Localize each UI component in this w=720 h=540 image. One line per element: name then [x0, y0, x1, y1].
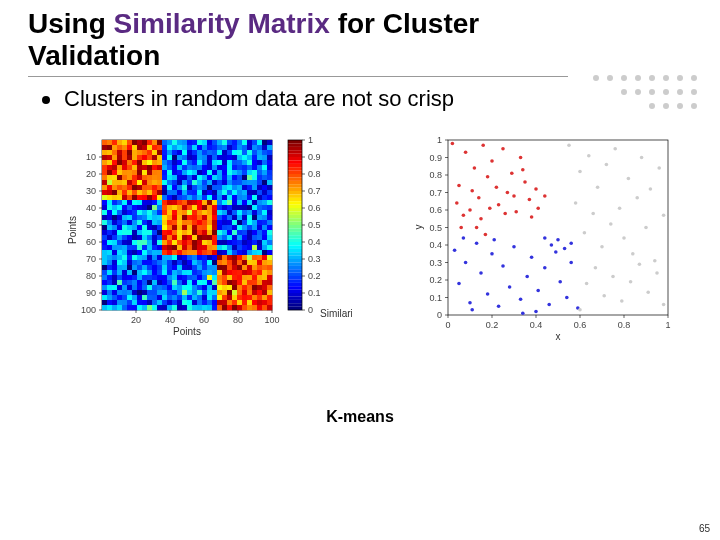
svg-rect-406	[187, 190, 192, 195]
svg-rect-455	[262, 195, 267, 200]
svg-rect-571	[162, 215, 167, 220]
svg-rect-1020	[197, 280, 202, 285]
svg-rect-82	[267, 140, 272, 145]
svg-rect-1137	[102, 300, 107, 305]
svg-rect-602	[147, 220, 152, 225]
svg-point-1368	[558, 280, 562, 284]
svg-rect-1180	[147, 305, 152, 310]
svg-rect-423	[102, 195, 107, 200]
svg-rect-841	[152, 255, 157, 260]
svg-rect-304	[187, 175, 192, 180]
svg-point-1414	[578, 308, 582, 312]
svg-rect-1023	[212, 280, 217, 285]
svg-rect-794	[257, 245, 262, 250]
svg-rect-495	[122, 205, 127, 210]
svg-rect-452	[247, 195, 252, 200]
svg-rect-542	[187, 210, 192, 215]
svg-rect-1228	[288, 218, 302, 222]
svg-rect-846	[177, 255, 182, 260]
svg-rect-1211	[288, 160, 302, 164]
svg-rect-809	[162, 250, 167, 255]
svg-rect-1013	[162, 280, 167, 285]
svg-rect-711	[182, 235, 187, 240]
svg-rect-357	[112, 185, 117, 190]
svg-rect-758	[247, 240, 252, 245]
svg-rect-250	[257, 165, 262, 170]
svg-rect-210	[227, 160, 232, 165]
svg-rect-747	[192, 240, 197, 245]
svg-rect-718	[217, 235, 222, 240]
svg-rect-1021	[202, 280, 207, 285]
svg-rect-1220	[288, 191, 302, 195]
svg-rect-608	[177, 220, 182, 225]
svg-point-1387	[591, 212, 595, 216]
svg-text:0.3: 0.3	[308, 254, 321, 264]
svg-rect-1232	[288, 232, 302, 236]
svg-rect-326	[127, 180, 132, 185]
svg-rect-860	[247, 255, 252, 260]
svg-rect-184	[267, 155, 272, 160]
svg-rect-1139	[112, 300, 117, 305]
svg-rect-774	[157, 245, 162, 250]
svg-rect-1148	[157, 300, 162, 305]
svg-rect-324	[117, 180, 122, 185]
svg-rect-1119	[182, 295, 187, 300]
svg-rect-148	[257, 150, 262, 155]
svg-rect-744	[177, 240, 182, 245]
svg-text:0.4: 0.4	[429, 240, 442, 250]
svg-point-1380	[521, 311, 525, 315]
svg-point-1393	[618, 206, 622, 210]
svg-rect-133	[182, 150, 187, 155]
svg-rect-283	[252, 170, 257, 175]
svg-rect-534	[147, 210, 152, 215]
svg-rect-616	[217, 220, 222, 225]
svg-rect-276	[217, 170, 222, 175]
svg-rect-684	[217, 230, 222, 235]
svg-rect-955	[212, 270, 217, 275]
svg-rect-815	[192, 250, 197, 255]
svg-rect-1241	[288, 262, 302, 266]
svg-rect-277	[222, 170, 227, 175]
svg-rect-1215	[288, 174, 302, 178]
svg-rect-635	[142, 225, 147, 230]
svg-text:60: 60	[86, 237, 96, 247]
svg-rect-790	[237, 245, 242, 250]
svg-rect-940	[137, 270, 142, 275]
svg-rect-968	[107, 275, 112, 280]
svg-point-1341	[521, 168, 525, 172]
svg-rect-1057	[212, 285, 217, 290]
svg-rect-812	[177, 250, 182, 255]
svg-rect-632	[127, 225, 132, 230]
svg-rect-172	[207, 155, 212, 160]
svg-rect-181	[252, 155, 257, 160]
svg-point-1337	[488, 206, 492, 210]
svg-rect-1172	[107, 305, 112, 310]
svg-rect-294	[137, 175, 142, 180]
svg-rect-879	[172, 260, 177, 265]
svg-rect-986	[197, 275, 202, 280]
svg-rect-49	[102, 140, 107, 145]
svg-rect-453	[252, 195, 257, 200]
svg-rect-506	[177, 205, 182, 210]
svg-rect-318	[257, 175, 262, 180]
svg-rect-936	[117, 270, 122, 275]
svg-rect-1111	[142, 295, 147, 300]
svg-rect-1049	[172, 285, 177, 290]
svg-rect-317	[252, 175, 257, 180]
svg-rect-65	[182, 140, 187, 145]
svg-rect-149	[262, 150, 267, 155]
svg-rect-693	[262, 230, 267, 235]
svg-rect-1237	[288, 249, 302, 253]
svg-point-1413	[662, 303, 666, 307]
svg-text:0.9: 0.9	[429, 153, 442, 163]
svg-rect-311	[222, 175, 227, 180]
svg-rect-1009	[142, 280, 147, 285]
svg-point-1403	[662, 213, 666, 217]
svg-rect-186	[107, 160, 112, 165]
svg-text:70: 70	[86, 254, 96, 264]
svg-rect-605	[162, 220, 167, 225]
svg-point-1353	[475, 241, 479, 245]
svg-rect-310	[217, 175, 222, 180]
svg-rect-1096	[237, 290, 242, 295]
svg-rect-1071	[112, 290, 117, 295]
